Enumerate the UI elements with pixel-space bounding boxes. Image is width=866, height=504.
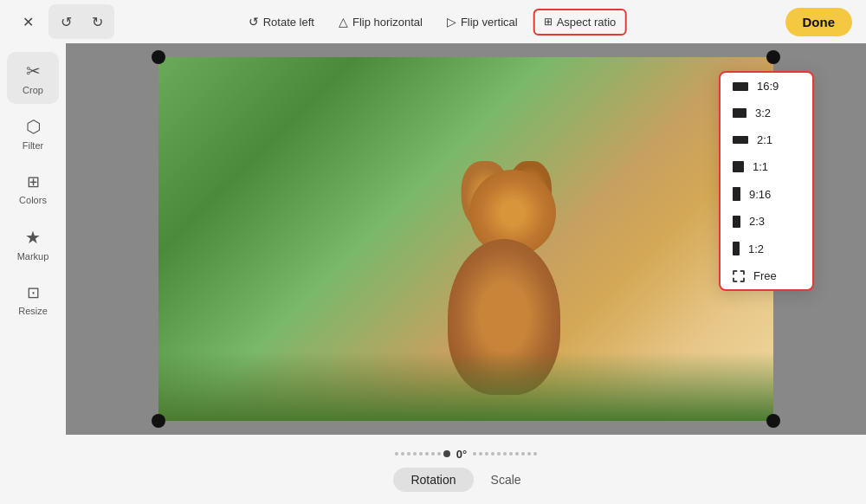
- slider-dot: [407, 452, 410, 456]
- sidebar-item-label-resize: Resize: [18, 306, 48, 316]
- flip-vertical-button[interactable]: ▷ Flip vertical: [438, 10, 527, 34]
- sidebar-item-markup[interactable]: ★ Markup: [7, 218, 59, 270]
- aspect-ratio-option-9-16[interactable]: 9:16: [721, 180, 812, 208]
- slider-dot: [521, 452, 525, 456]
- photo-background: [158, 57, 773, 421]
- sidebar-item-label-crop: Crop: [23, 85, 43, 95]
- tab-scale[interactable]: Scale: [474, 468, 539, 492]
- flip-horizontal-button[interactable]: △ Flip horizontal: [330, 10, 431, 34]
- undo-button[interactable]: ↺: [52, 8, 80, 36]
- rotation-value: 0°: [456, 448, 467, 461]
- sidebar-item-label-markup: Markup: [17, 251, 49, 262]
- slider-dot: [533, 452, 537, 456]
- bottom-controls: 0° Rotation Scale: [66, 435, 866, 504]
- aspect-ratio-label-16-9: 16:9: [757, 80, 779, 93]
- aspect-ratio-option-2-1[interactable]: 2:1: [721, 126, 812, 153]
- slider-dot: [509, 452, 513, 456]
- sidebar-item-label-filter: Filter: [23, 140, 43, 151]
- top-bar: ✕ ↺ ↻ ↺ Rotate left △ Flip horizontal ▷ …: [0, 0, 866, 43]
- slider-dot: [413, 452, 417, 456]
- aspect-ratio-label-2-3: 2:3: [749, 215, 765, 228]
- aspect-icon-2-1: [733, 136, 748, 144]
- slider-dot: [527, 452, 531, 456]
- aspect-ratio-label-9-16: 9:16: [749, 188, 771, 201]
- rotate-left-button[interactable]: ↺ Rotate left: [240, 10, 323, 34]
- slider-dot: [503, 452, 507, 456]
- top-bar-left: ✕ ↺ ↻: [14, 4, 114, 39]
- slider-dot: [419, 452, 423, 456]
- aspect-ratio-button[interactable]: ⊞ Aspect ratio: [533, 9, 627, 36]
- resize-icon: ⊡: [27, 283, 40, 302]
- aspect-ratio-option-1-2[interactable]: 1:2: [721, 235, 812, 262]
- markup-icon: ★: [25, 227, 41, 248]
- aspect-icon-2-3: [733, 216, 740, 228]
- flip-vertical-icon: ▷: [447, 15, 456, 29]
- crop-icon: ✂: [26, 61, 41, 81]
- free-dashed-icon: [733, 270, 745, 282]
- rotation-slider[interactable]: 0°: [395, 448, 537, 461]
- slider-dot: [515, 452, 519, 456]
- toolbar: ↺ Rotate left △ Flip horizontal ▷ Flip v…: [240, 9, 627, 36]
- bottom-tabs: Rotation Scale: [393, 468, 538, 492]
- crop-handle-bottom-right[interactable]: [766, 414, 780, 428]
- sidebar-item-resize[interactable]: ⊡ Resize: [7, 274, 59, 326]
- aspect-ratio-option-3-2[interactable]: 3:2: [721, 100, 812, 126]
- slider-dot: [425, 452, 429, 456]
- sidebar-item-colors[interactable]: ⊞ Colors: [7, 163, 59, 215]
- colors-icon: ⊞: [27, 172, 40, 191]
- image-container: [158, 57, 773, 421]
- crop-handle-bottom-left[interactable]: [152, 414, 165, 428]
- aspect-ratio-option-free[interactable]: Free: [721, 262, 812, 289]
- redo-button[interactable]: ↻: [83, 8, 111, 36]
- done-button[interactable]: Done: [785, 8, 853, 36]
- aspect-icon-free: [733, 270, 745, 282]
- slider-dot: [497, 452, 501, 456]
- aspect-ratio-label-1-2: 1:2: [748, 242, 764, 255]
- aspect-ratio-icon: ⊞: [544, 16, 553, 28]
- flip-horizontal-icon: △: [339, 15, 348, 29]
- slider-dot: [473, 452, 476, 456]
- slider-dot: [401, 452, 404, 456]
- aspect-icon-9-16: [733, 187, 740, 201]
- sidebar-item-filter[interactable]: ⬡ Filter: [7, 107, 59, 159]
- aspect-icon-3-2: [733, 108, 746, 118]
- sidebar: ✂ Crop ⬡ Filter ⊞ Colors ★ Markup ⊡ Resi…: [0, 43, 66, 504]
- undo-redo-group: ↺ ↻: [48, 4, 114, 39]
- aspect-ratio-option-16-9[interactable]: 16:9: [721, 73, 812, 100]
- slider-dot: [431, 452, 435, 456]
- slider-dot: [491, 452, 494, 456]
- close-button[interactable]: ✕: [14, 8, 42, 36]
- aspect-icon-1-2: [733, 242, 740, 255]
- aspect-ratio-label-2-1: 2:1: [757, 133, 772, 146]
- aspect-ratio-label-3-2: 3:2: [755, 107, 771, 120]
- tab-rotation[interactable]: Rotation: [393, 468, 473, 492]
- crop-handle-top-left[interactable]: [152, 50, 165, 64]
- slider-center-dot: [443, 450, 450, 457]
- filter-icon: ⬡: [26, 116, 41, 137]
- aspect-icon-1-1: [733, 161, 744, 172]
- aspect-ratio-option-1-1[interactable]: 1:1: [721, 153, 812, 180]
- slider-dot: [485, 452, 488, 456]
- aspect-icon-16-9: [733, 82, 748, 91]
- grass-overlay: [158, 352, 773, 421]
- rotate-left-icon: ↺: [249, 15, 259, 29]
- slider-dot: [437, 452, 441, 456]
- crop-handle-top-right[interactable]: [766, 50, 780, 64]
- sidebar-item-label-colors: Colors: [19, 195, 47, 205]
- slider-dot: [479, 452, 482, 456]
- sidebar-item-crop[interactable]: ✂ Crop: [7, 52, 59, 104]
- aspect-ratio-dropdown: 16:9 3:2 2:1 1:1 9:16 2:3 1:2: [719, 71, 814, 291]
- slider-dot: [395, 452, 398, 456]
- aspect-ratio-label-1-1: 1:1: [753, 160, 768, 173]
- aspect-ratio-option-2-3[interactable]: 2:3: [721, 208, 812, 235]
- aspect-ratio-label-free: Free: [753, 269, 777, 282]
